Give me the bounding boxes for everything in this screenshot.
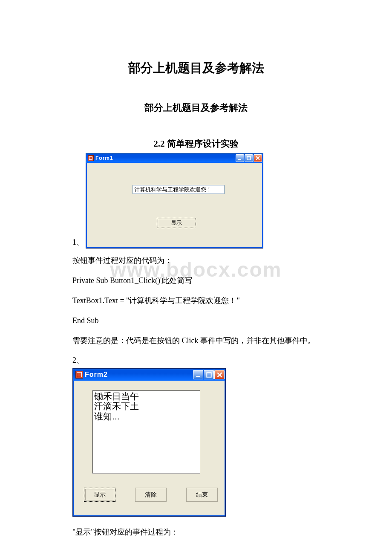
document-content: 部分上机题目及参考解法 部分上机题目及参考解法 2.2 简单程序设计实验 1、 … (0, 0, 392, 540)
form1-show-button[interactable]: 显示 (157, 218, 196, 228)
form1-title-text: Form1 (95, 155, 236, 161)
minimize-button[interactable] (236, 154, 244, 162)
close-button[interactable] (254, 154, 262, 162)
code-line-3: End Sub (72, 313, 320, 329)
item-1-row: 1、 Form1 计算机科学与工程学院欢 (72, 153, 320, 249)
form2-clear-button[interactable]: 清除 (135, 488, 167, 502)
maximize-button[interactable] (204, 370, 214, 379)
form2-end-button[interactable]: 结束 (186, 488, 218, 502)
form2-title-text: Form2 (85, 371, 193, 379)
paragraph-7: "显示"按钮对应的事件过程为： (72, 524, 320, 540)
form2-show-button[interactable]: 显示 (84, 488, 115, 502)
paragraph-note: 需要注意的是：代码是在按钮的 Click 事件中写的，并非在其他事件中。 (72, 333, 320, 349)
svg-rect-1 (247, 156, 251, 160)
section-heading: 2.2 简单程序设计实验 (72, 138, 320, 150)
form1-textbox[interactable]: 计算机科学与工程学院欢迎您！ (133, 185, 225, 194)
form1-client-area: 计算机科学与工程学院欢迎您！ 显示 (86, 163, 263, 248)
paragraph-1: 按钮事件过程对应的代码为： (72, 253, 320, 269)
form2-window-buttons (193, 370, 225, 379)
form-icon (75, 371, 83, 379)
form2-client-area: 锄禾日当午 汗滴禾下土 谁知... 显示 清除 结束 (73, 381, 225, 516)
form2-textarea[interactable]: 锄禾日当午 汗滴禾下土 谁知... (92, 390, 200, 474)
minimize-button[interactable] (193, 370, 203, 379)
form1-window-buttons (236, 154, 262, 162)
form2-window: Form2 锄禾日当午 汗滴禾下土 谁知... 显示 清除 结束 (72, 368, 226, 517)
item-1-label: 1、 (72, 237, 84, 247)
item-2-label: 2、 (72, 353, 320, 368)
close-button[interactable] (214, 370, 225, 379)
form1-titlebar[interactable]: Form1 (86, 153, 263, 163)
svg-rect-2 (196, 376, 200, 377)
svg-rect-3 (207, 373, 211, 377)
form2-titlebar[interactable]: Form2 (73, 369, 225, 381)
svg-rect-0 (238, 159, 241, 160)
code-line-1: Private Sub Button1_Click()'此处简写 (72, 273, 320, 289)
doc-subtitle: 部分上机题目及参考解法 (72, 101, 320, 114)
code-line-2: TextBox1.Text = "计算机科学与工程学院欢迎您！" (72, 293, 320, 309)
form-icon (88, 155, 94, 161)
form1-window: Form1 计算机科学与工程学院欢迎您！ 显示 (86, 153, 263, 249)
form2-button-row: 显示 清除 结束 (84, 488, 218, 502)
maximize-button[interactable] (245, 154, 253, 162)
form2-show-button-label: 显示 (85, 489, 114, 500)
doc-title: 部分上机题目及参考解法 (72, 60, 320, 77)
